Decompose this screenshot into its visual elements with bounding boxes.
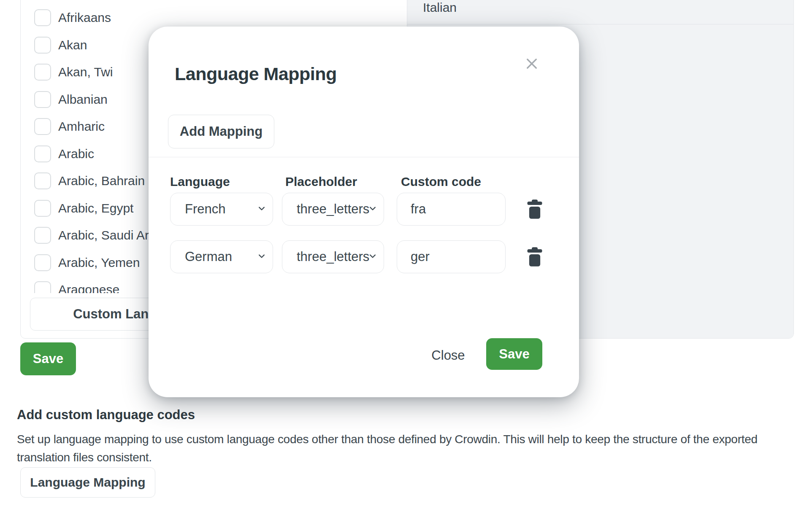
custom-code-input[interactable] (397, 193, 506, 226)
language-select[interactable]: German (170, 240, 273, 273)
language-mapping-modal: Language Mapping Add Mapping Language Pl… (149, 27, 579, 397)
page-save-button[interactable]: Save (20, 342, 76, 375)
language-checkbox[interactable] (34, 91, 51, 108)
selected-language-divider (407, 24, 793, 24)
modal-divider (149, 157, 579, 157)
language-checkbox[interactable] (34, 254, 51, 271)
modal-save-button[interactable]: Save (486, 338, 542, 370)
chevron-down-icon (256, 202, 268, 216)
delete-mapping-button[interactable] (524, 240, 545, 273)
language-checkbox[interactable] (34, 9, 51, 26)
language-checkbox[interactable] (34, 200, 51, 217)
trash-icon (526, 199, 544, 219)
language-checkbox[interactable] (34, 172, 51, 189)
selected-language-italian[interactable]: Italian (423, 0, 457, 15)
chevron-down-icon (367, 202, 379, 216)
modal-title: Language Mapping (175, 64, 337, 84)
language-select[interactable]: French (170, 193, 273, 226)
language-checkbox[interactable] (34, 64, 51, 81)
placeholder-select[interactable]: three_letters (282, 240, 384, 273)
modal-close-button[interactable]: Close (423, 346, 474, 365)
column-header-language: Language (170, 175, 230, 189)
page: Italian Afrikaans Akan Akan, Twi Albania… (0, 0, 812, 525)
language-checkbox[interactable] (34, 37, 51, 54)
language-mapping-button[interactable]: Language Mapping (20, 467, 155, 498)
chevron-down-icon (256, 250, 268, 264)
chevron-down-icon (367, 250, 379, 264)
language-checkbox[interactable] (34, 281, 51, 293)
section-heading: Add custom language codes (17, 407, 195, 423)
close-icon[interactable] (523, 55, 540, 72)
language-checkbox[interactable] (34, 227, 51, 244)
section-description: Set up language mapping to use custom la… (17, 430, 779, 466)
language-checkbox[interactable] (34, 118, 51, 135)
column-header-custom-code: Custom code (401, 175, 481, 189)
column-header-placeholder: Placeholder (285, 175, 357, 189)
trash-icon (526, 247, 544, 267)
add-mapping-button[interactable]: Add Mapping (168, 115, 274, 148)
custom-code-input[interactable] (397, 240, 506, 273)
delete-mapping-button[interactable] (524, 193, 545, 226)
placeholder-select[interactable]: three_letters (282, 193, 384, 226)
language-checkbox[interactable] (34, 145, 51, 162)
